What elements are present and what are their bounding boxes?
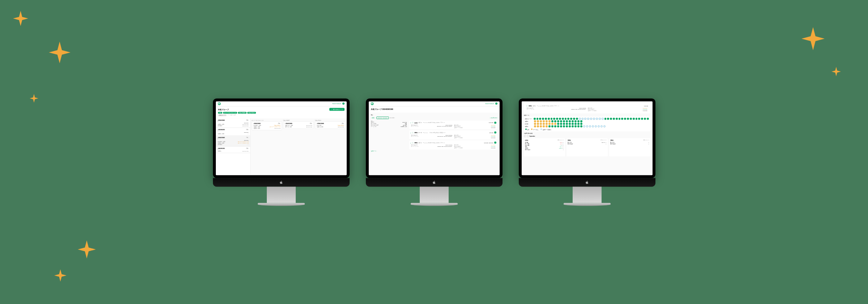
entity-card: 消費者佐藤 優 〒100-0012 東京都千代田区 永田町１丁目７−１9,304… (525, 104, 649, 112)
filter-pill[interactable]: 現在が利用中 (247, 112, 256, 114)
avatar: T (495, 103, 497, 105)
monitor-3: 消費者佐藤 優 〒100-0012 東京都千代田区 永田町１丁目７−１9,304… (519, 98, 655, 206)
entity-icon (526, 105, 528, 107)
monitor-1: Takeshi TakahashiT 共有グループ ＋ 新規の共有グループ 現在… (213, 98, 350, 206)
page-title: 共有グループ (218, 108, 229, 110)
group-card[interactable]: 20946339486共有○ 佐藤 優子 (太郎)090-2345-6789○ … (283, 121, 314, 129)
grid-legend: 正常 データなし 温度データ調整中 (525, 129, 649, 130)
entity-list: ○生産者佐藤 優 〒100-0012 東京都千代田区 永田町１丁目７−１18,3… (409, 120, 497, 149)
user-menu[interactable]: Takeshi TakahashiT (485, 103, 497, 105)
sparkle-icon (13, 11, 28, 26)
month-prev[interactable]: ‹ (524, 135, 526, 137)
month-label: September (530, 136, 535, 137)
page-title: 共有グループ 20048395390 (371, 108, 393, 110)
availability-grid: 共有グループ佐藤 優鈴木 愛佐藤 優 (525, 118, 649, 128)
sparkle-icon (54, 269, 67, 282)
date-range[interactable]: 2021/01/23 - 2021/02/23 (376, 116, 389, 119)
result-count: ページあたり20件 (227, 114, 236, 116)
sidebar-group[interactable]: 20946339485共有現在カード2023/01/01○ 佐藤 優 (太郎)0… (216, 118, 250, 128)
group-sidebar: 20946339485共有現在カード2023/01/01○ 佐藤 優 (太郎)0… (216, 118, 251, 175)
tab-date[interactable]: 期間 (371, 117, 375, 119)
filter-row: 現在 オファーのリクエスト中 現在が有効期 現在が利用中 (218, 112, 345, 114)
overview-table: 開始日2023/04/01残りの日数51日前月の請求金額30,665円サービス枠… (371, 121, 407, 127)
entity-icon (412, 122, 414, 124)
topbar: Takeshi TakahashiT (216, 101, 347, 106)
sparkle-icon (801, 27, 825, 50)
sparkle-icon (831, 67, 841, 76)
monitor-2: Takeshi TakahashiT 共有グループ 20048395390 概要… (366, 98, 503, 206)
group-card[interactable]: 20946339486共有○ 鈴木 愛子現在が利用中○ 佐藤 優 (太郎)090… (315, 121, 346, 129)
entity-icon (412, 142, 414, 144)
sparkle-icon (49, 42, 70, 63)
new-group-button[interactable]: ＋ 新規の共有グループ (329, 108, 345, 111)
top-entity-card: 消費者佐藤 優 〒100-0012 東京都千代田区 永田町１丁目７−１9,304… (524, 103, 650, 114)
summary-card: 佐藤 優 830.5 kWh消費者割り当て— 前回の設定— (609, 138, 650, 157)
group-card[interactable]: 20946339485共有○ 鈴木 愛子 (太郎)現在が利用中○ 佐藤 優 (太… (252, 121, 282, 130)
entity-summary-row: 佐藤 優 1009.8 kWh生産者使用量192.5 kWh残りの量81.7 k… (524, 138, 650, 157)
expand-button[interactable]: + (494, 132, 496, 134)
entity-icon (412, 132, 414, 133)
grid-title: 温度データ (524, 115, 650, 116)
entity-card: ○消費者鈴木 愛 〒106-0042 千代田 代官山 日比谷 青葉通３-８8,8… (409, 130, 497, 140)
group-columns: オファーのリクエスト中20946339485共有○ 鈴木 愛子 (太郎)現在が利… (251, 118, 347, 175)
apple-logo-icon (432, 180, 436, 184)
sparkle-icon (78, 240, 96, 258)
month-next[interactable]: › (527, 135, 529, 137)
entity-card: ○生産者佐藤 優 〒100-0012 東京都千代田区 永田町１丁目７−１18,3… (409, 120, 497, 129)
footer-link[interactable]: 温度データ → (371, 150, 497, 151)
sidebar-group[interactable]: 10283942835共有現在カード2023/01/01○ 佐藤 優 (太郎)— (216, 128, 250, 136)
sparkle-icon (30, 94, 38, 103)
tab-overview[interactable]: 概要 (371, 114, 373, 115)
logo-icon (371, 102, 373, 105)
sidebar-group[interactable]: 20483953955共有現在カード○ 佐藤 優090-1234-5678 (216, 146, 250, 153)
summary-card: 鈴木 愛 763.7 kWh消費者割り当て8,944.1 kWh前回の設定— (566, 138, 608, 157)
sort-pill[interactable]: 共有グループ (218, 114, 227, 116)
avatar: T (342, 103, 345, 105)
user-menu[interactable]: Takeshi TakahashiT (332, 103, 344, 105)
apple-logo-icon (279, 180, 283, 184)
filter-pill[interactable]: オファーのリクエスト中 (223, 112, 237, 114)
usage-switch[interactable]: ● 使用率を表示 (490, 117, 497, 118)
expand-button[interactable]: + (494, 121, 496, 124)
summary-card: 佐藤 優 1009.8 kWh生産者使用量192.5 kWh残りの量81.7 k… (524, 138, 565, 157)
prev-range[interactable]: 前の期間 → (390, 117, 395, 118)
filter-pill[interactable]: 現在 (218, 112, 222, 114)
apple-logo-icon (585, 180, 589, 184)
expand-button[interactable]: + (494, 142, 496, 144)
sidebar-group[interactable]: 20946339485共有現在カード2023/01/01○ 鈴木 愛子 (太郎)… (216, 136, 250, 146)
filter-pill[interactable]: 現在が有効期 (238, 112, 247, 114)
entity-card: ○消費者佐藤 優 〒100-0012 東京都千代田区 永田町１丁目７−１9,30… (409, 141, 497, 150)
logo-icon (218, 102, 221, 105)
topbar: Takeshi TakahashiT (369, 101, 500, 106)
section-2-title: 今後30日間の詳細 (524, 133, 650, 134)
